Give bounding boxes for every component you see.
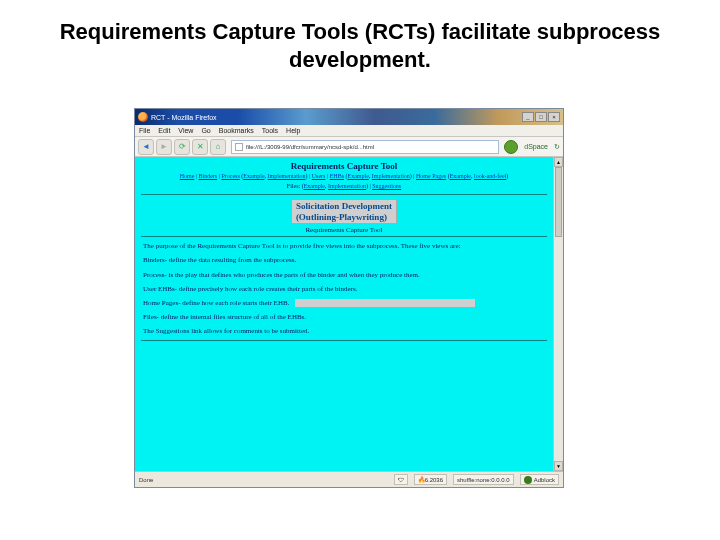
toolbar: ◄ ► ⟳ ✕ ⌂ file:///L:/3009-99/dfcr/summar… bbox=[135, 137, 563, 157]
divider-1 bbox=[141, 194, 547, 195]
nav-ehbs-example[interactable]: Example bbox=[347, 173, 368, 179]
menu-edit[interactable]: Edit bbox=[158, 127, 170, 134]
bullet-homepages: Home Pages- define how each role starts … bbox=[135, 296, 553, 310]
menu-file[interactable]: File bbox=[139, 127, 150, 134]
status-blocker[interactable]: 🔥 6.2036 bbox=[414, 474, 447, 485]
menubar: File Edit View Go Bookmarks Tools Help bbox=[135, 125, 563, 137]
files-line: Files: (Example, Implementation) | Sugge… bbox=[135, 183, 553, 192]
nav-hp-example[interactable]: Example bbox=[450, 173, 471, 179]
bullet-process: Process- is the play that defines who pr… bbox=[135, 268, 553, 282]
toolbar-refresh-icon[interactable]: ↻ bbox=[554, 143, 560, 151]
address-text: file:///L:/3009-99/dfcr/summary/ncsd-spk… bbox=[246, 144, 374, 150]
window-buttons: _ □ × bbox=[522, 112, 560, 122]
toolbar-right-label[interactable]: dSpace bbox=[524, 143, 548, 150]
stop-button[interactable]: ✕ bbox=[192, 139, 208, 155]
divider-2 bbox=[141, 236, 547, 237]
menu-help[interactable]: Help bbox=[286, 127, 300, 134]
browser-window: RCT - Mozilla Firefox _ □ × File Edit Vi… bbox=[134, 108, 564, 488]
highlight-line2: (Outlining-Playwriting) bbox=[296, 212, 392, 223]
menu-tools[interactable]: Tools bbox=[262, 127, 278, 134]
nav-homepages[interactable]: Home Pages bbox=[416, 173, 446, 179]
nav-home[interactable]: Home bbox=[180, 173, 195, 179]
nav-ehbs[interactable]: EHBs bbox=[330, 173, 344, 179]
page-heading: Requirements Capture Tool bbox=[135, 157, 553, 173]
highlight-block: Solicitation Development (Outlining-Play… bbox=[135, 199, 553, 235]
status-zone[interactable]: Adblock bbox=[520, 474, 559, 485]
status-shield[interactable]: 🛡 bbox=[394, 474, 408, 485]
files-label: Files: bbox=[287, 183, 302, 189]
go-button[interactable] bbox=[504, 140, 518, 154]
scroll-up-icon[interactable]: ▲ bbox=[554, 157, 563, 167]
status-done: Done bbox=[139, 477, 153, 483]
vertical-scrollbar[interactable]: ▲ ▼ bbox=[553, 157, 563, 471]
nav-ehbs-impl[interactable]: Implementation bbox=[372, 173, 410, 179]
menu-go[interactable]: Go bbox=[201, 127, 210, 134]
minimize-button[interactable]: _ bbox=[522, 112, 534, 122]
nav-process[interactable]: Process bbox=[221, 173, 239, 179]
files-impl[interactable]: Implementation bbox=[328, 183, 366, 189]
zone-icon bbox=[524, 476, 532, 484]
subcaption: Requirements Capture Tool bbox=[135, 226, 553, 234]
nav-process-impl[interactable]: Implementation bbox=[268, 173, 306, 179]
titlebar: RCT - Mozilla Firefox _ □ × bbox=[135, 109, 563, 125]
menu-bookmarks[interactable]: Bookmarks bbox=[219, 127, 254, 134]
bullet-binders: Binders- define the data resulting from … bbox=[135, 253, 553, 267]
reload-button[interactable]: ⟳ bbox=[174, 139, 190, 155]
close-button[interactable]: × bbox=[548, 112, 560, 122]
bullet-userehbs: User EHBs- define precisely how each rol… bbox=[135, 282, 553, 296]
scroll-down-icon[interactable]: ▼ bbox=[554, 461, 563, 471]
nav-hp-laf[interactable]: look-and-feel bbox=[474, 173, 506, 179]
slide: Requirements Capture Tools (RCTs) facili… bbox=[0, 0, 720, 540]
highlight-box: Solicitation Development (Outlining-Play… bbox=[291, 199, 397, 225]
maximize-button[interactable]: □ bbox=[535, 112, 547, 122]
nav-binders[interactable]: Binders bbox=[199, 173, 218, 179]
files-example[interactable]: Example bbox=[304, 183, 325, 189]
bullet-files: Files- define the internal files structu… bbox=[135, 310, 553, 324]
address-bar[interactable]: file:///L:/3009-99/dfcr/summary/ncsd-spk… bbox=[231, 140, 499, 154]
page-nav: Home | Binders | Process (Example, Imple… bbox=[135, 173, 553, 183]
forward-button[interactable]: ► bbox=[156, 139, 172, 155]
suggestions-link[interactable]: Suggestions bbox=[372, 183, 401, 189]
divider-3 bbox=[141, 340, 547, 341]
back-button[interactable]: ◄ bbox=[138, 139, 154, 155]
home-button[interactable]: ⌂ bbox=[210, 139, 226, 155]
status-proxy[interactable]: shuffle:none:0.0.0.0 bbox=[453, 474, 514, 485]
slide-title: Requirements Capture Tools (RCTs) facili… bbox=[0, 0, 720, 79]
grey-overlay bbox=[295, 299, 475, 307]
intro-text: The purpose of the Requirements Capture … bbox=[135, 239, 553, 253]
nav-users[interactable]: Users bbox=[312, 173, 326, 179]
page-viewport: Requirements Capture Tool Home | Binders… bbox=[135, 157, 553, 471]
page-icon bbox=[235, 143, 243, 151]
nav-process-example[interactable]: Example bbox=[243, 173, 264, 179]
highlight-line1: Solicitation Development bbox=[296, 201, 392, 212]
firefox-icon bbox=[138, 112, 148, 122]
closing-text: The Suggestions link allows for comments… bbox=[135, 324, 553, 338]
scroll-thumb[interactable] bbox=[555, 167, 562, 237]
menu-view[interactable]: View bbox=[178, 127, 193, 134]
statusbar: Done 🛡 🔥 6.2036 shuffle:none:0.0.0.0 Adb… bbox=[135, 471, 563, 487]
window-title: RCT - Mozilla Firefox bbox=[151, 114, 217, 121]
